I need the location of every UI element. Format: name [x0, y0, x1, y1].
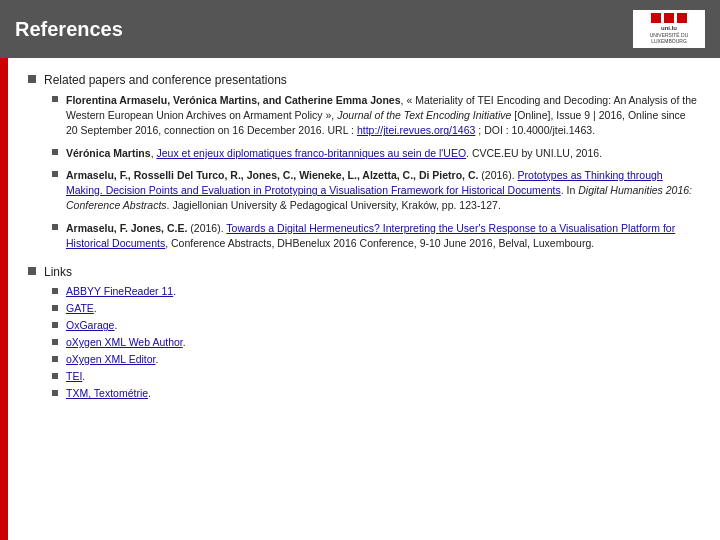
- link7[interactable]: TXM, Textométrie: [66, 387, 148, 399]
- link-bullet: [52, 322, 58, 328]
- link1-text: ABBYY FineReader 11.: [66, 285, 176, 297]
- ref4-text: Armaselu, F. Jones, C.E. (2016). Towards…: [66, 221, 700, 251]
- list-item: Vérónica Martins, Jeux et enjeux diploma…: [52, 146, 700, 161]
- logo-text: uni.luUNIVERSITÉ DULUXEMBOURG: [650, 25, 689, 45]
- section-bullet-links: [28, 267, 36, 275]
- ref1-link[interactable]: http://jtei.revues.org/1463: [357, 124, 476, 136]
- link3-text: OxGarage.: [66, 319, 117, 331]
- sub-bullet: [52, 96, 58, 102]
- link7-text: TXM, Textométrie.: [66, 387, 151, 399]
- link5-text: oXygen XML Editor.: [66, 353, 158, 365]
- link6[interactable]: TEI: [66, 370, 82, 382]
- logo-box: uni.luUNIVERSITÉ DULUXEMBOURG: [633, 10, 705, 48]
- ref1-text: Florentina Armaselu, Verónica Martins, a…: [66, 93, 700, 139]
- section-related-papers: Related papers and conference presentati…: [28, 73, 700, 251]
- red-bar: [0, 58, 8, 540]
- list-item: TEI.: [52, 370, 700, 382]
- link4[interactable]: oXygen XML Web Author: [66, 336, 183, 348]
- list-item: TXM, Textométrie.: [52, 387, 700, 399]
- link-bullet: [52, 288, 58, 294]
- list-item: oXygen XML Editor.: [52, 353, 700, 365]
- link3[interactable]: OxGarage: [66, 319, 114, 331]
- list-item: Florentina Armaselu, Verónica Martins, a…: [52, 93, 700, 139]
- link-bullet: [52, 305, 58, 311]
- ref3-text: Armaselu, F., Rosselli Del Turco, R., Jo…: [66, 168, 700, 214]
- ref2-text: Vérónica Martins, Jeux et enjeux diploma…: [66, 146, 602, 161]
- link-bullet: [52, 390, 58, 396]
- sub-bullet: [52, 171, 58, 177]
- list-item: ABBYY FineReader 11.: [52, 285, 700, 297]
- sub-bullet: [52, 224, 58, 230]
- ref2-link[interactable]: Jeux et enjeux diplomatiques franco-brit…: [156, 147, 466, 159]
- link2-text: GATE.: [66, 302, 97, 314]
- link-bullet: [52, 339, 58, 345]
- link5[interactable]: oXygen XML Editor: [66, 353, 156, 365]
- link-bullet: [52, 373, 58, 379]
- main-content: Related papers and conference presentati…: [0, 58, 720, 540]
- list-item: GATE.: [52, 302, 700, 314]
- link1[interactable]: ABBYY FineReader 11: [66, 285, 173, 297]
- list-item: Armaselu, F., Rosselli Del Turco, R., Jo…: [52, 168, 700, 214]
- link6-text: TEI.: [66, 370, 85, 382]
- page-title: References: [15, 18, 123, 41]
- header: References uni.luUNIVERSITÉ DULUXEMBOURG: [0, 0, 720, 58]
- section-title-related: Related papers and conference presentati…: [44, 73, 287, 87]
- section-title-links: Links: [44, 265, 72, 279]
- link2[interactable]: GATE: [66, 302, 94, 314]
- list-item: OxGarage.: [52, 319, 700, 331]
- section-links: Links ABBYY FineReader 11. GATE. OxGarag…: [28, 265, 700, 399]
- link4-text: oXygen XML Web Author.: [66, 336, 186, 348]
- sub-bullet: [52, 149, 58, 155]
- link-bullet: [52, 356, 58, 362]
- section-bullet: [28, 75, 36, 83]
- list-item: Armaselu, F. Jones, C.E. (2016). Towards…: [52, 221, 700, 251]
- list-item: oXygen XML Web Author.: [52, 336, 700, 348]
